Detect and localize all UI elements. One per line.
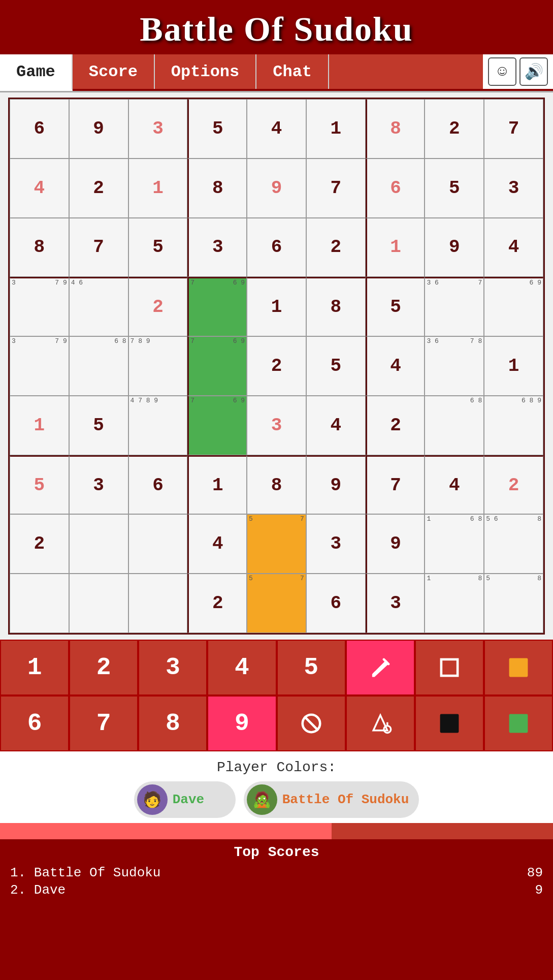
sudoku-cell[interactable]: 3: [306, 514, 366, 574]
sudoku-cell[interactable]: 57: [247, 514, 306, 574]
sudoku-cell[interactable]: 5: [366, 277, 425, 336]
sudoku-cell[interactable]: 18: [425, 574, 484, 633]
sudoku-cell[interactable]: 1: [484, 336, 543, 396]
sudoku-cell[interactable]: 4: [366, 336, 425, 396]
player-item-dave[interactable]: 🧑Dave: [134, 781, 236, 818]
sudoku-cell[interactable]: 4: [484, 218, 543, 277]
sudoku-cell[interactable]: 2: [69, 159, 128, 218]
numpad-btn-9[interactable]: 9: [207, 696, 276, 751]
sudoku-cell[interactable]: 7: [366, 455, 425, 515]
sudoku-cell[interactable]: 4: [306, 396, 366, 455]
sudoku-cell[interactable]: 9: [69, 99, 128, 159]
sudoku-cell[interactable]: 2: [247, 336, 306, 396]
sudoku-cell[interactable]: 7: [484, 99, 543, 159]
sudoku-cell[interactable]: 76 9: [187, 336, 247, 396]
sudoku-cell[interactable]: 3: [366, 574, 425, 633]
sudoku-cell[interactable]: [128, 514, 188, 574]
emoji-button[interactable]: ☺: [488, 57, 516, 86]
sudoku-cell[interactable]: 2: [425, 99, 484, 159]
tab-options[interactable]: Options: [155, 54, 256, 89]
numpad-btn-pencil[interactable]: [346, 640, 415, 696]
numpad-btn-3[interactable]: 3: [138, 640, 207, 696]
numpad-btn-fill[interactable]: [346, 696, 415, 751]
sudoku-cell[interactable]: 5: [128, 218, 188, 277]
numpad-btn-green-square[interactable]: [484, 696, 553, 751]
sudoku-cell[interactable]: 8: [306, 277, 366, 336]
sudoku-cell[interactable]: 7: [306, 159, 366, 218]
sudoku-cell[interactable]: 6 8: [69, 336, 128, 396]
sudoku-cell[interactable]: 57: [247, 574, 306, 633]
sudoku-cell[interactable]: 4 7 8 9: [128, 396, 188, 455]
tab-score[interactable]: Score: [73, 54, 155, 89]
sudoku-cell[interactable]: 9: [425, 218, 484, 277]
sound-button[interactable]: 🔊: [519, 57, 548, 86]
sudoku-cell[interactable]: 5: [10, 455, 69, 515]
sudoku-cell[interactable]: 2: [366, 396, 425, 455]
sudoku-cell[interactable]: 1: [247, 277, 306, 336]
sudoku-cell[interactable]: 3: [69, 455, 128, 515]
numpad-btn-1[interactable]: 1: [0, 640, 69, 696]
sudoku-cell[interactable]: 76 9: [187, 396, 247, 455]
sudoku-cell[interactable]: 9: [366, 514, 425, 574]
sudoku-cell[interactable]: 5: [187, 99, 247, 159]
sudoku-cell[interactable]: [69, 574, 128, 633]
sudoku-cell[interactable]: 3: [187, 218, 247, 277]
sudoku-cell[interactable]: 1: [128, 159, 188, 218]
sudoku-cell[interactable]: 8: [187, 159, 247, 218]
sudoku-cell[interactable]: 2: [10, 514, 69, 574]
sudoku-cell[interactable]: 2: [187, 574, 247, 633]
player-item-battle-of-sudoku[interactable]: 🧟Battle Of Sudoku: [244, 781, 419, 818]
numpad-btn-5[interactable]: 5: [277, 640, 346, 696]
sudoku-cell[interactable]: 3: [128, 99, 188, 159]
sudoku-cell[interactable]: 9: [306, 455, 366, 515]
sudoku-cell[interactable]: 9: [247, 159, 306, 218]
sudoku-cell[interactable]: 3 67 8: [425, 336, 484, 396]
sudoku-cell[interactable]: 2: [128, 277, 188, 336]
sudoku-cell[interactable]: 16 8: [425, 514, 484, 574]
sudoku-cell[interactable]: 1: [366, 218, 425, 277]
sudoku-cell[interactable]: 8: [366, 99, 425, 159]
sudoku-cell[interactable]: 1: [10, 396, 69, 455]
numpad-btn-orange-square[interactable]: [484, 640, 553, 696]
sudoku-cell[interactable]: 37 9: [10, 336, 69, 396]
sudoku-cell[interactable]: 6: [10, 99, 69, 159]
sudoku-cell[interactable]: 58: [484, 574, 543, 633]
sudoku-cell[interactable]: 1: [187, 455, 247, 515]
sudoku-cell[interactable]: 5: [69, 396, 128, 455]
sudoku-cell[interactable]: 6: [306, 574, 366, 633]
sudoku-cell[interactable]: 5: [425, 159, 484, 218]
sudoku-cell[interactable]: 4: [10, 159, 69, 218]
numpad-btn-ban[interactable]: [277, 696, 346, 751]
tab-game[interactable]: Game: [0, 54, 73, 91]
sudoku-cell[interactable]: 1: [306, 99, 366, 159]
sudoku-cell[interactable]: 4: [425, 455, 484, 515]
numpad-btn-2[interactable]: 2: [69, 640, 138, 696]
numpad-btn-square[interactable]: [415, 640, 484, 696]
sudoku-cell[interactable]: [69, 514, 128, 574]
numpad-btn-6[interactable]: 6: [0, 696, 69, 751]
sudoku-cell[interactable]: 76 9: [187, 277, 247, 336]
sudoku-cell[interactable]: 3 67: [425, 277, 484, 336]
numpad-btn-black-square[interactable]: [415, 696, 484, 751]
sudoku-cell[interactable]: 8: [247, 455, 306, 515]
sudoku-cell[interactable]: 8: [10, 218, 69, 277]
sudoku-cell[interactable]: 37 9: [10, 277, 69, 336]
sudoku-cell[interactable]: 6 9: [484, 277, 543, 336]
numpad-btn-8[interactable]: 8: [138, 696, 207, 751]
sudoku-cell[interactable]: 7: [69, 218, 128, 277]
numpad-btn-4[interactable]: 4: [207, 640, 276, 696]
sudoku-cell[interactable]: 6: [366, 159, 425, 218]
sudoku-cell[interactable]: 6: [128, 455, 188, 515]
sudoku-cell[interactable]: [128, 574, 188, 633]
numpad-btn-7[interactable]: 7: [69, 696, 138, 751]
sudoku-cell[interactable]: 6: [247, 218, 306, 277]
tab-chat[interactable]: Chat: [256, 54, 329, 89]
sudoku-cell[interactable]: 2: [306, 218, 366, 277]
sudoku-cell[interactable]: 2: [484, 455, 543, 515]
sudoku-cell[interactable]: 3: [484, 159, 543, 218]
sudoku-cell[interactable]: 6 8: [425, 396, 484, 455]
sudoku-cell[interactable]: 6 8 9: [484, 396, 543, 455]
sudoku-cell[interactable]: 5 68: [484, 514, 543, 574]
sudoku-cell[interactable]: 4 6: [69, 277, 128, 336]
sudoku-cell[interactable]: 4: [187, 514, 247, 574]
